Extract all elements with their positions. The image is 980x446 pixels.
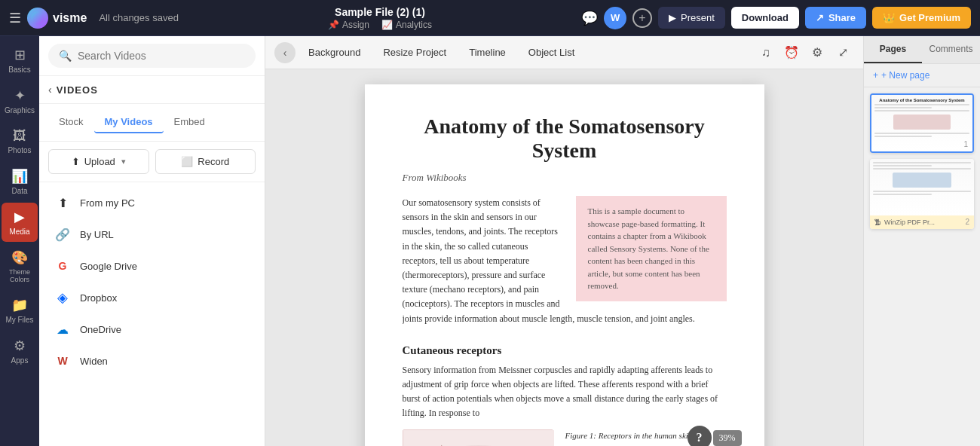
sidebar-item-theme-colors[interactable]: 🎨 Theme Colors bbox=[2, 243, 38, 289]
mini-img-block bbox=[893, 115, 951, 130]
search-icon: 🔍 bbox=[59, 50, 72, 62]
analytics-icon: 📈 bbox=[381, 20, 393, 30]
dropdown-item-onedrive[interactable]: ☁ OneDrive bbox=[39, 313, 265, 345]
basics-label: Basics bbox=[8, 66, 30, 74]
assign-item[interactable]: 📌 Assign bbox=[328, 20, 369, 30]
google-drive-icon: G bbox=[54, 258, 71, 274]
page-thumb-2[interactable]: 🗜 WinZip PDF Pr... 2 bbox=[870, 159, 974, 229]
topbar-left: ☰ visme All changes saved bbox=[9, 8, 179, 29]
widen-label: Widen bbox=[80, 356, 108, 367]
zoom-indicator: 39% bbox=[713, 430, 742, 446]
present-button[interactable]: ▶ Present bbox=[658, 7, 725, 29]
sidebar-item-data[interactable]: 📊 Data bbox=[2, 162, 38, 201]
topbar: ☰ visme All changes saved Sample File (2… bbox=[0, 0, 980, 36]
toolbar-settings-icon[interactable]: ⚙ bbox=[806, 41, 828, 64]
media-label: Media bbox=[9, 228, 29, 236]
page-canvas: Anatomy of the Somatosensory System From… bbox=[365, 84, 764, 446]
dropdown-item-widen[interactable]: W Widen bbox=[39, 345, 265, 377]
onedrive-icon: ☁ bbox=[54, 321, 71, 338]
share-button[interactable]: ↗ Share bbox=[805, 7, 866, 29]
theme-label: Theme Colors bbox=[5, 268, 35, 283]
resize-project-button[interactable]: Resize Project bbox=[373, 41, 456, 63]
tab-embed[interactable]: Embed bbox=[164, 112, 216, 133]
widen-icon: W bbox=[54, 353, 71, 369]
canvas-nav-prev[interactable]: ‹ bbox=[274, 42, 296, 63]
record-icon: ⬜ bbox=[181, 156, 193, 167]
mini-line bbox=[874, 110, 969, 112]
sidebar-item-apps[interactable]: ⚙ Apps bbox=[2, 331, 38, 371]
winzip-banner: 🗜 WinZip PDF Pr... bbox=[870, 215, 974, 229]
sidebar-item-photos[interactable]: 🖼 Photos bbox=[2, 122, 38, 160]
search-input[interactable] bbox=[78, 50, 245, 62]
tabs: Stock My Videos Embed bbox=[39, 104, 265, 142]
sidebar-item-myfiles[interactable]: 📁 My Files bbox=[2, 291, 38, 330]
mini-title-1: Anatomy of the Somatosensory System bbox=[874, 98, 969, 102]
logo-text: visme bbox=[53, 11, 87, 25]
background-button[interactable]: Background bbox=[299, 41, 370, 63]
page-number-1: 1 bbox=[963, 140, 968, 148]
sidebar-item-basics[interactable]: ⊞ Basics bbox=[2, 41, 38, 80]
back-icon[interactable]: ‹ bbox=[48, 84, 52, 96]
winzip-icon: 🗜 bbox=[874, 218, 881, 226]
toolbar-timer-icon[interactable]: ⏰ bbox=[780, 41, 803, 64]
present-label: Present bbox=[681, 12, 715, 23]
page-thumb-1-image: Anatomy of the Somatosensory System bbox=[871, 95, 972, 151]
figure-image: Skin layers bbox=[403, 429, 553, 446]
dropdown-item-dropbox[interactable]: ◈ Dropbox bbox=[39, 282, 265, 313]
toolbar-music-icon[interactable]: ♫ bbox=[755, 41, 777, 64]
topbar-center: Sample File (2) (1) 📌 Assign 📈 Analytics bbox=[186, 6, 574, 30]
dropdown-item-from-pc[interactable]: ⬆ From my PC bbox=[39, 187, 265, 218]
action-buttons: ⬆ Upload ▾ ⬜ Record bbox=[39, 142, 265, 182]
record-button[interactable]: ⬜ Record bbox=[155, 149, 256, 174]
mini-line bbox=[873, 191, 971, 192]
logo: visme bbox=[27, 8, 87, 29]
page-thumb-2-image bbox=[870, 159, 974, 215]
upload-label: Upload bbox=[84, 156, 115, 167]
toolbar-expand-icon[interactable]: ⤢ bbox=[831, 41, 854, 64]
object-list-button[interactable]: Object List bbox=[519, 41, 584, 63]
mini-line bbox=[873, 165, 932, 166]
graphics-label: Graphics bbox=[5, 106, 35, 115]
section1-title: Cutaneous receptors bbox=[403, 344, 727, 357]
apps-label: Apps bbox=[11, 356, 29, 365]
mini-line bbox=[874, 104, 969, 105]
tab-stock[interactable]: Stock bbox=[48, 112, 94, 133]
sidebar-item-graphics[interactable]: ✦ Graphics bbox=[2, 81, 38, 121]
dropdown-item-google-drive[interactable]: G Google Drive bbox=[39, 250, 265, 282]
help-button[interactable]: ? bbox=[688, 426, 712, 446]
timeline-button[interactable]: Timeline bbox=[459, 41, 516, 63]
get-premium-button[interactable]: 👑 Get Premium bbox=[872, 7, 971, 29]
sidebar-item-media[interactable]: ▶ Media bbox=[2, 203, 38, 242]
download-button[interactable]: Download bbox=[731, 7, 799, 29]
comment-icon[interactable]: 💬 bbox=[581, 10, 598, 26]
autosave-status: All changes saved bbox=[99, 12, 179, 23]
search-box[interactable]: 🔍 bbox=[48, 44, 256, 68]
icon-nav: ⊞ Basics ✦ Graphics 🖼 Photos 📊 Data ▶ Me… bbox=[0, 36, 39, 446]
tab-pages[interactable]: Pages bbox=[864, 36, 922, 63]
videos-title: VIDEOS bbox=[57, 84, 98, 96]
menu-icon[interactable]: ☰ bbox=[9, 10, 21, 26]
add-user-button[interactable]: + bbox=[632, 8, 652, 28]
upload-button[interactable]: ⬆ Upload ▾ bbox=[48, 149, 149, 174]
canvas-content: Anatomy of the Somatosensory System From… bbox=[265, 69, 863, 446]
assign-icon: 📌 bbox=[328, 20, 339, 30]
analytics-item[interactable]: 📈 Analytics bbox=[381, 20, 432, 30]
photos-icon: 🖼 bbox=[13, 128, 26, 144]
new-page-button[interactable]: + + New page bbox=[864, 64, 980, 87]
side-panel: 🔍 ‹ VIDEOS Stock My Videos Embed ⬆ Uploa… bbox=[39, 36, 265, 446]
upload-dropdown: ⬆ From my PC 🔗 By URL G Google Drive ◈ D… bbox=[39, 182, 265, 381]
page-title: Anatomy of the Somatosensory System bbox=[403, 115, 727, 163]
mini-line bbox=[873, 162, 971, 163]
url-icon: 🔗 bbox=[54, 226, 71, 243]
premium-label: Get Premium bbox=[899, 12, 960, 23]
videos-nav: ‹ VIDEOS bbox=[39, 76, 265, 104]
dropdown-item-by-url[interactable]: 🔗 By URL bbox=[39, 218, 265, 250]
upload-icon: ⬆ bbox=[72, 156, 80, 167]
tab-comments[interactable]: Comments bbox=[922, 36, 980, 63]
page-thumb-1[interactable]: Anatomy of the Somatosensory System 1 bbox=[870, 93, 974, 153]
new-page-label: + New page bbox=[881, 70, 929, 81]
analytics-label: Analytics bbox=[396, 20, 432, 30]
dropbox-icon: ◈ bbox=[54, 289, 71, 306]
data-label: Data bbox=[11, 187, 27, 195]
tab-my-videos[interactable]: My Videos bbox=[94, 112, 164, 133]
